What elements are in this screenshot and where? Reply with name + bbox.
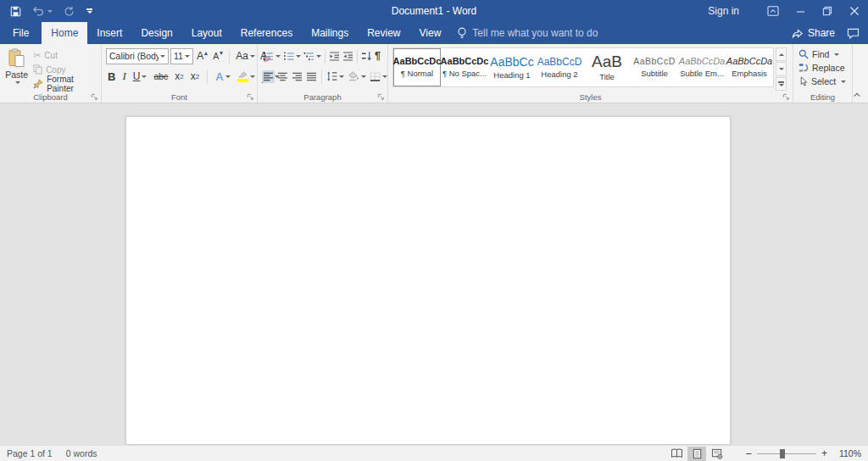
font-size-select[interactable]: 11 [170,48,193,64]
clipboard-group-label: Clipboard [0,92,101,102]
style-normal[interactable]: AaBbCcDc ¶ Normal [393,48,441,86]
superscript-button[interactable]: x2 [189,69,201,83]
qat-customize-icon[interactable] [86,8,92,14]
style-heading-1[interactable]: AaBbCc Heading 1 [488,48,536,86]
change-case-button[interactable]: Aa [234,49,257,63]
bullets-icon [263,52,274,61]
group-paragraph: ¶ [258,44,388,103]
grow-font-button[interactable]: A [195,50,209,63]
share-label: Share [808,27,835,39]
multilevel-list-button[interactable] [303,50,322,63]
copy-icon [33,64,42,75]
style-heading-2[interactable]: AaBbCcD Heading 2 [536,48,583,86]
align-right-button[interactable] [291,70,303,83]
tab-layout[interactable]: Layout [182,22,231,44]
minimize-icon[interactable] [787,0,814,22]
shrink-font-button[interactable]: A [211,51,225,62]
shading-icon [348,71,359,81]
cut-icon: ✂ [33,51,41,60]
title-bar: Document1 - Word Sign in [0,0,868,22]
zoom-out-icon[interactable]: − [740,447,757,460]
print-layout-icon[interactable] [687,447,706,461]
zoom-in-icon[interactable]: + [816,447,832,459]
page-count-status[interactable]: Page 1 of 1 [7,448,53,458]
status-bar: Page 1 of 1 0 words − + 110% [0,445,868,461]
find-button[interactable]: Find [795,47,850,61]
word-count-status[interactable]: 0 words [66,448,97,458]
highlight-color-button[interactable] [236,69,257,83]
styles-more-icon[interactable] [776,77,787,91]
borders-button[interactable] [369,70,388,83]
collapse-ribbon-icon[interactable] [852,91,862,99]
tab-insert[interactable]: Insert [87,22,131,44]
font-size-value: 11 [174,51,183,61]
tab-home[interactable]: Home [42,22,87,44]
styles-scroll-down-icon[interactable] [776,62,787,75]
tell-me-box[interactable]: Tell me what you want to do [457,22,598,44]
multilevel-list-icon [303,52,314,61]
close-icon[interactable] [841,0,868,22]
zoom-slider-handle[interactable] [780,449,785,458]
format-painter-button[interactable]: Format Painter [31,77,99,91]
redo-icon[interactable] [64,6,75,17]
copy-label: Copy [46,65,65,75]
tab-file[interactable]: File [0,22,42,44]
format-painter-icon [33,79,43,89]
styles-group-label: Styles [388,92,793,102]
bullets-button[interactable] [262,50,281,63]
numbering-button[interactable] [282,50,302,63]
align-center-button[interactable] [276,70,289,83]
shading-button[interactable] [347,69,367,83]
ribbon-display-icon[interactable] [760,0,787,22]
style-subtle-emphasis[interactable]: AaBbCcDa Subtle Em... [678,48,726,86]
tab-references[interactable]: References [231,22,302,44]
zoom-slider[interactable] [757,453,816,454]
comment-icon[interactable] [847,28,860,39]
decrease-indent-button[interactable] [328,50,341,63]
share-button[interactable]: Share [791,27,835,39]
select-icon [798,76,808,86]
italic-button[interactable]: I [120,69,127,84]
line-spacing-button[interactable] [326,69,345,83]
font-name-select[interactable]: Calibri (Body) [106,48,169,64]
undo-icon[interactable] [32,6,53,16]
restore-icon[interactable] [814,0,841,22]
find-icon [798,49,809,59]
font-group-label: Font [102,92,257,102]
tab-review[interactable]: Review [358,22,409,44]
align-left-button[interactable] [262,70,275,83]
save-icon[interactable] [10,6,21,17]
paste-button[interactable]: Paste [2,46,31,91]
style-emphasis[interactable]: AaBbCcDa Emphasis [726,48,773,86]
read-mode-icon[interactable] [667,447,686,461]
style-subtitle[interactable]: AaBbCcD Subtitle [631,48,678,86]
subscript-button[interactable]: x2 [173,69,185,83]
document-page[interactable] [125,116,731,445]
strikethrough-button[interactable]: abc [152,70,170,82]
pilcrow-icon: ¶ [375,50,381,62]
sign-in-link[interactable]: Sign in [708,5,739,17]
tab-view[interactable]: View [410,22,451,44]
align-left-icon [263,72,274,81]
group-clipboard: Paste ✂ Cut Copy Format Painter [0,44,102,103]
replace-icon [798,63,809,73]
increase-indent-button[interactable] [342,50,354,63]
cut-label: Cut [44,51,58,60]
style-title[interactable]: AaB Title [583,48,631,86]
sort-icon [361,51,372,61]
tab-mailings[interactable]: Mailings [302,22,358,44]
cut-button[interactable]: ✂ Cut [31,49,99,63]
style-no-spacing[interactable]: AaBbCcDc ¶ No Spac... [441,48,488,86]
select-button[interactable]: Select [795,75,850,88]
show-hide-pilcrow-button[interactable]: ¶ [374,48,381,64]
text-effects-button[interactable]: A [214,69,231,84]
underline-button[interactable]: U [131,69,149,83]
justify-button[interactable] [305,70,318,83]
replace-button[interactable]: Replace [795,61,850,75]
zoom-level[interactable]: 110% [837,448,861,458]
bold-button[interactable]: B [106,69,117,84]
tab-design[interactable]: Design [131,22,181,44]
web-layout-icon[interactable] [708,447,726,461]
styles-scroll-up-icon[interactable] [776,47,787,61]
sort-button[interactable] [360,49,373,63]
